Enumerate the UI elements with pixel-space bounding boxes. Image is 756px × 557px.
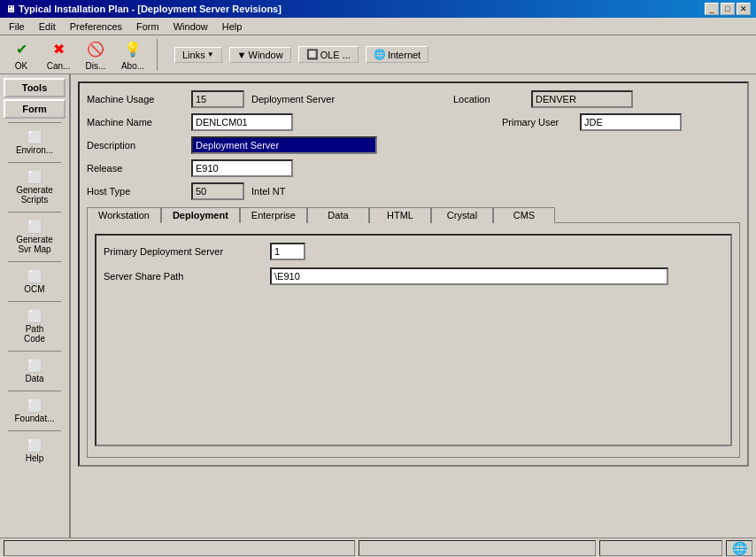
status-bar: 🌐 — [0, 538, 756, 557]
maximize-button[interactable]: □ — [721, 3, 735, 15]
tab-deployment[interactable]: Deployment — [161, 207, 240, 223]
generate-svr-map-icon: ⬜ — [27, 220, 42, 234]
globe-icon: 🌐 — [732, 541, 747, 555]
sidebar-item-foundat[interactable]: ⬜ Foundat... — [4, 395, 66, 427]
links-button[interactable]: Links ▼ — [174, 47, 222, 63]
server-share-path-input[interactable] — [270, 267, 668, 285]
links-dropdown-arrow: ▼ — [207, 50, 214, 58]
title-bar: 🖥 Typical Installation Plan - [Deploymen… — [0, 0, 756, 18]
form-panel: Machine Usage Deployment Server Location… — [78, 81, 749, 467]
content-area: Machine Usage Deployment Server Location… — [71, 74, 756, 538]
tab-cms[interactable]: CMS — [493, 207, 555, 223]
tab-content-deployment: Primary Deployment Server Server Share P… — [87, 222, 740, 458]
ole-icon: 🔲 — [306, 49, 319, 60]
close-button[interactable]: ✕ — [737, 3, 751, 15]
tools-button[interactable]: Tools — [4, 78, 66, 97]
tabs-container: Workstation Deployment Enterprise Data H… — [87, 207, 740, 223]
host-type-label: Host Type — [87, 186, 184, 197]
cancel-icon: ✖ — [48, 39, 69, 60]
location-label: Location — [453, 94, 524, 104]
tab-data[interactable]: Data — [307, 207, 369, 223]
environ-icon: ⬜ — [27, 130, 42, 144]
about-button[interactable]: 💡 Abo... — [117, 39, 149, 71]
host-type-input[interactable] — [191, 182, 244, 200]
ok-icon: ✔ — [11, 39, 32, 60]
foundat-icon: ⬜ — [27, 398, 42, 413]
sidebar-divider-1 — [8, 122, 61, 123]
release-row: Release — [87, 159, 740, 177]
sidebar-divider-7 — [8, 391, 61, 391]
sidebar-item-ocm[interactable]: ⬜ OCM — [4, 266, 66, 298]
primary-deployment-server-label: Primary Deployment Server — [104, 246, 263, 257]
machine-name-row: Machine Name Primary User — [87, 113, 740, 131]
machine-usage-label: Machine Usage — [87, 94, 184, 104]
menu-window[interactable]: Window — [168, 20, 213, 33]
release-label: Release — [87, 163, 184, 174]
server-share-path-row: Server Share Path — [104, 267, 723, 285]
release-input[interactable] — [191, 159, 293, 177]
toolbar-links: Links ▼ ▼ Window 🔲 OLE ... 🌐 Internet — [174, 46, 428, 63]
ocm-icon: ⬜ — [27, 269, 42, 283]
location-input[interactable] — [531, 90, 633, 108]
primary-deployment-server-input[interactable] — [270, 243, 305, 260]
tab-enterprise[interactable]: Enterprise — [240, 207, 307, 223]
primary-user-label: Primary User — [502, 117, 573, 128]
tab-workstation[interactable]: Workstation — [87, 207, 161, 223]
form-button[interactable]: Form — [4, 99, 66, 119]
status-segment-3 — [599, 540, 722, 556]
menu-preferences[interactable]: Preferences — [65, 20, 127, 33]
primary-deployment-server-row: Primary Deployment Server — [104, 243, 723, 260]
machine-name-input[interactable] — [191, 113, 293, 131]
title-icon: 🖥 — [5, 4, 15, 14]
sidebar-item-path-code[interactable]: ⬜ Path Code — [4, 306, 66, 347]
menu-edit[interactable]: Edit — [34, 20, 61, 33]
window-dropdown-arrow: ▼ — [237, 50, 247, 60]
menu-form[interactable]: Form — [131, 20, 165, 33]
tab-crystal[interactable]: Crystal — [431, 207, 493, 223]
server-share-path-label: Server Share Path — [104, 271, 263, 282]
machine-usage-text: Deployment Server — [251, 94, 393, 104]
sidebar-divider-3 — [8, 212, 61, 213]
menu-help[interactable]: Help — [217, 20, 248, 33]
description-row: Description — [87, 136, 740, 154]
tab-html[interactable]: HTML — [369, 207, 431, 223]
ok-button[interactable]: ✔ OK — [5, 39, 37, 71]
display-icon: 🚫 — [85, 39, 106, 60]
title-bar-text: 🖥 Typical Installation Plan - [Deploymen… — [5, 4, 282, 14]
machine-name-label: Machine Name — [87, 117, 184, 128]
machine-usage-input[interactable] — [191, 90, 244, 108]
sidebar-divider-2 — [8, 162, 61, 163]
description-label: Description — [87, 140, 184, 151]
display-button[interactable]: 🚫 Dis... — [80, 39, 112, 71]
main-container: Tools Form ⬜ Environ... ⬜ Generate Scrip… — [0, 74, 756, 538]
sidebar-divider-5 — [8, 301, 61, 302]
path-code-icon: ⬜ — [27, 309, 42, 323]
sidebar-divider-6 — [8, 351, 61, 352]
generate-scripts-icon: ⬜ — [27, 170, 42, 184]
menu-file[interactable]: File — [4, 20, 30, 33]
sidebar-item-data[interactable]: ⬜ Data — [4, 355, 66, 387]
minimize-button[interactable]: _ — [705, 3, 719, 15]
internet-icon: 🌐 — [374, 49, 386, 60]
cancel-button[interactable]: ✖ Can... — [42, 39, 74, 71]
description-input[interactable] — [191, 136, 377, 154]
toolbar-separator — [157, 39, 158, 71]
about-icon: 💡 — [122, 39, 143, 60]
sidebar-item-generate-svr-map[interactable]: ⬜ Generate Svr Map — [4, 216, 66, 258]
sidebar-divider-8 — [8, 430, 61, 431]
status-segment-2 — [359, 540, 596, 556]
title-bar-controls: _ □ ✕ — [705, 3, 751, 15]
window-button[interactable]: ▼ Window — [229, 47, 291, 63]
sidebar: Tools Form ⬜ Environ... ⬜ Generate Scrip… — [0, 74, 71, 538]
ole-button[interactable]: 🔲 OLE ... — [298, 46, 359, 63]
data-icon: ⬜ — [27, 359, 42, 373]
toolbar: ✔ OK ✖ Can... 🚫 Dis... 💡 Abo... Links ▼ … — [0, 35, 756, 74]
menu-bar: File Edit Preferences Form Window Help — [0, 18, 756, 35]
host-type-text: Intel NT — [251, 186, 286, 197]
sidebar-item-generate-scripts[interactable]: ⬜ Generate Scripts — [4, 166, 66, 208]
sidebar-item-environ[interactable]: ⬜ Environ... — [4, 127, 66, 159]
primary-user-input[interactable] — [580, 113, 682, 131]
inner-panel: Primary Deployment Server Server Share P… — [95, 234, 732, 446]
sidebar-item-help[interactable]: ⬜ Help — [4, 435, 66, 467]
internet-button[interactable]: 🌐 Internet — [366, 46, 428, 63]
